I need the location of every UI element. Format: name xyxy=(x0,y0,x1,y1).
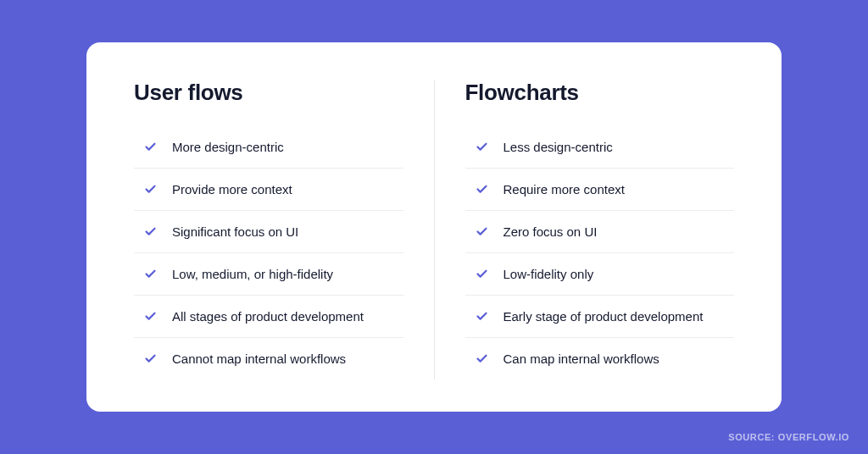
item-text: Zero focus on UI xyxy=(504,224,598,239)
check-icon xyxy=(144,352,157,365)
item-text: Can map internal workflows xyxy=(504,352,659,366)
item-text: Low, medium, or high-fidelity xyxy=(172,267,333,281)
check-icon xyxy=(144,141,157,153)
list-item: Significant focus on UI xyxy=(134,211,403,253)
comparison-card: User flows More design-centric Provide m… xyxy=(86,42,782,412)
item-text: More design-centric xyxy=(172,140,284,154)
list-item: Can map internal workflows xyxy=(465,338,735,379)
check-icon xyxy=(144,183,157,196)
item-text: Significant focus on UI xyxy=(172,224,298,239)
check-icon xyxy=(476,141,488,153)
check-icon xyxy=(476,352,488,365)
source-attribution: SOURCE: OVERFLOW.IO xyxy=(728,432,849,442)
check-icon xyxy=(144,268,157,280)
column-title: Flowcharts xyxy=(465,80,735,106)
item-text: Early stage of product development xyxy=(504,309,704,324)
item-text: All stages of product development xyxy=(172,309,364,324)
check-icon xyxy=(476,183,488,196)
list-item: Low-fidelity only xyxy=(465,253,735,296)
list-item: Cannot map internal workflows xyxy=(134,338,403,379)
item-text: Provide more context xyxy=(172,182,292,197)
list-item: More design-centric xyxy=(134,126,403,169)
list-item: Provide more context xyxy=(134,169,403,211)
check-icon xyxy=(144,310,157,323)
list-item: Zero focus on UI xyxy=(465,211,735,253)
list-item: Early stage of product development xyxy=(465,296,735,338)
list-item: Require more context xyxy=(465,169,735,211)
list-item: Low, medium, or high-fidelity xyxy=(134,253,403,296)
check-icon xyxy=(476,225,488,238)
item-text: Require more context xyxy=(504,182,625,197)
column-title: User flows xyxy=(134,80,403,106)
check-icon xyxy=(476,310,488,323)
check-icon xyxy=(144,225,157,238)
list-item: Less design-centric xyxy=(465,126,735,169)
item-text: Low-fidelity only xyxy=(504,267,594,281)
user-flows-column: User flows More design-centric Provide m… xyxy=(134,80,435,379)
item-text: Cannot map internal workflows xyxy=(172,352,346,366)
item-text: Less design-centric xyxy=(504,140,613,154)
check-icon xyxy=(476,268,488,280)
flowcharts-column: Flowcharts Less design-centric Require m… xyxy=(435,80,735,379)
list-item: All stages of product development xyxy=(134,296,403,338)
